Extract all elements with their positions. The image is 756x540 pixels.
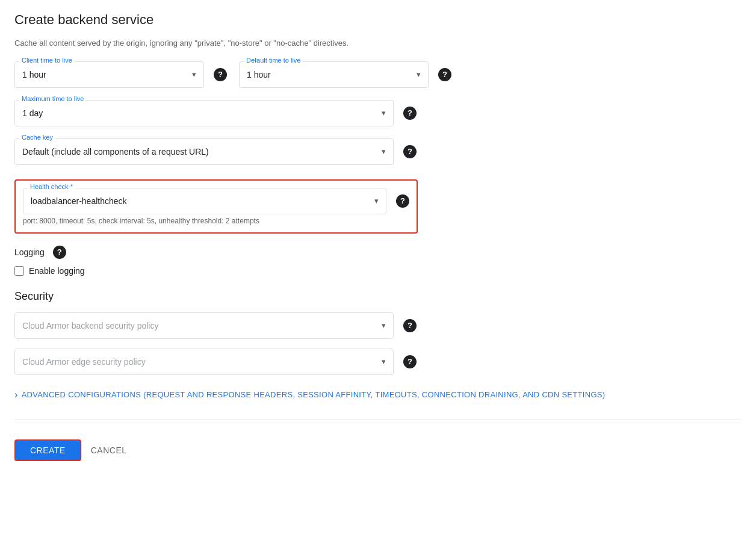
enable-logging-label: Enable logging bbox=[29, 266, 85, 276]
client-ttl-chevron-icon: ▾ bbox=[192, 70, 196, 79]
health-check-section: Health check * loadbalancer-healthcheck … bbox=[14, 179, 418, 234]
cache-key-label: Cache key bbox=[19, 134, 55, 141]
default-ttl-value: 1 hour bbox=[247, 70, 417, 79]
max-ttl-group: Maximum time to live 1 day ▾ ? bbox=[14, 100, 742, 126]
client-ttl-field[interactable]: 1 hour ▾ bbox=[14, 61, 204, 88]
max-ttl-chevron-icon: ▾ bbox=[382, 108, 386, 117]
max-ttl-field[interactable]: 1 day ▾ bbox=[14, 100, 394, 126]
health-check-label: Health check * bbox=[28, 183, 75, 190]
advanced-config-link[interactable]: › ADVANCED CONFIGURATIONS (REQUEST AND R… bbox=[14, 389, 742, 400]
cloud-armor-edge-group: Cloud Armor edge security policy ▾ ? bbox=[14, 349, 742, 375]
health-check-chevron-icon: ▾ bbox=[374, 196, 379, 205]
enable-logging-checkbox[interactable] bbox=[14, 266, 24, 276]
health-check-field[interactable]: loadbalancer-healthcheck ▾ bbox=[23, 188, 386, 214]
security-section: Security Cloud Armor backend security po… bbox=[14, 290, 742, 375]
cloud-armor-backend-group: Cloud Armor backend security policy ▾ ? bbox=[14, 312, 742, 339]
health-check-details: port: 8000, timeout: 5s, check interval:… bbox=[23, 214, 409, 225]
max-ttl-help-icon[interactable]: ? bbox=[403, 107, 417, 120]
cloud-armor-backend-placeholder: Cloud Armor backend security policy bbox=[22, 321, 382, 331]
cloud-armor-edge-field[interactable]: Cloud Armor edge security policy ▾ bbox=[14, 349, 394, 375]
cloud-armor-edge-placeholder: Cloud Armor edge security policy bbox=[22, 357, 382, 367]
max-ttl-label: Maximum time to live bbox=[19, 95, 86, 102]
cache-key-value: Default (include all components of a req… bbox=[22, 147, 382, 157]
security-title: Security bbox=[14, 290, 742, 303]
description-text: Cache all content served by the origin, … bbox=[14, 37, 424, 49]
cache-key-chevron-icon: ▾ bbox=[382, 147, 386, 156]
health-check-field-wrapper: Health check * loadbalancer-healthcheck … bbox=[23, 188, 386, 214]
default-ttl-chevron-icon: ▾ bbox=[417, 70, 421, 79]
advanced-config-chevron-icon: › bbox=[14, 389, 18, 400]
cloud-armor-edge-wrapper: Cloud Armor edge security policy ▾ bbox=[14, 349, 394, 375]
cloud-armor-backend-help-icon[interactable]: ? bbox=[403, 319, 417, 332]
logging-label: Logging ? bbox=[14, 246, 742, 259]
default-ttl-group: Default time to live 1 hour ▾ ? bbox=[239, 61, 451, 88]
cloud-armor-backend-wrapper: Cloud Armor backend security policy ▾ bbox=[14, 312, 394, 339]
default-ttl-label: Default time to live bbox=[244, 57, 303, 64]
cache-key-group: Cache key Default (include all component… bbox=[14, 138, 742, 165]
bottom-bar: CREATE CANCEL bbox=[14, 430, 742, 461]
client-ttl-group: Client time to live 1 hour ▾ ? bbox=[14, 61, 227, 88]
client-ttl-label: Client time to live bbox=[19, 57, 75, 64]
page-title: Create backend service bbox=[14, 12, 742, 28]
cache-key-help-icon[interactable]: ? bbox=[403, 145, 417, 158]
health-check-value: loadbalancer-healthcheck bbox=[31, 196, 374, 206]
cache-key-field-wrapper: Cache key Default (include all component… bbox=[14, 138, 394, 165]
max-ttl-field-wrapper: Maximum time to live 1 day ▾ bbox=[14, 100, 394, 126]
cloud-armor-edge-help-icon[interactable]: ? bbox=[403, 355, 417, 368]
page-container: Create backend service Cache all content… bbox=[0, 0, 756, 473]
client-ttl-help-icon[interactable]: ? bbox=[214, 68, 227, 81]
cloud-armor-backend-chevron-icon: ▾ bbox=[382, 321, 386, 330]
enable-logging-row: Enable logging bbox=[14, 266, 742, 276]
logging-section: Logging ? Enable logging bbox=[14, 246, 742, 276]
client-ttl-value: 1 hour bbox=[22, 70, 192, 79]
health-check-help-icon[interactable]: ? bbox=[396, 194, 409, 208]
logging-help-icon[interactable]: ? bbox=[53, 246, 66, 259]
max-ttl-value: 1 day bbox=[22, 108, 382, 118]
cloud-armor-backend-field[interactable]: Cloud Armor backend security policy ▾ bbox=[14, 312, 394, 339]
divider bbox=[14, 420, 742, 420]
cloud-armor-edge-chevron-icon: ▾ bbox=[382, 357, 386, 366]
health-check-inner-row: Health check * loadbalancer-healthcheck … bbox=[23, 188, 409, 214]
cancel-button[interactable]: CANCEL bbox=[91, 445, 127, 455]
advanced-config-label: ADVANCED CONFIGURATIONS (REQUEST AND RES… bbox=[22, 390, 606, 399]
ttl-row: Client time to live 1 hour ▾ ? Default t… bbox=[14, 61, 742, 88]
client-ttl-field-wrapper: Client time to live 1 hour ▾ bbox=[14, 61, 204, 88]
cache-key-field[interactable]: Default (include all components of a req… bbox=[14, 138, 394, 165]
default-ttl-field[interactable]: 1 hour ▾ bbox=[239, 61, 429, 88]
default-ttl-help-icon[interactable]: ? bbox=[438, 68, 451, 81]
create-button[interactable]: CREATE bbox=[14, 439, 81, 461]
default-ttl-field-wrapper: Default time to live 1 hour ▾ bbox=[239, 61, 429, 88]
